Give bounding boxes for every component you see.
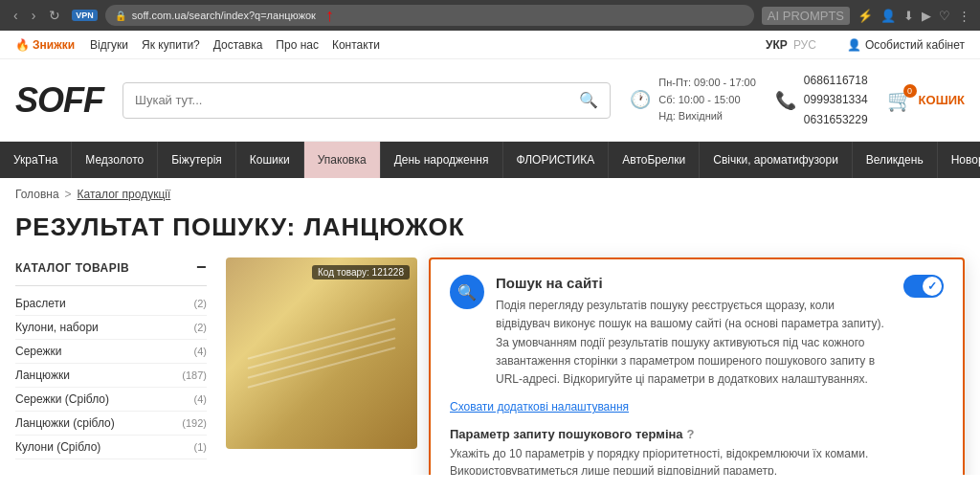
chain-decoration (226, 257, 417, 449)
info-panel: 🔍 Пошук на сайті Подія перегляду результ… (429, 257, 965, 475)
cart-icon-wrap: 🛒 0 (887, 88, 913, 113)
search-button[interactable]: 🔍 (568, 91, 610, 109)
personal-cabinet-label: Особистий кабінет (865, 38, 965, 52)
sidebar-item-serezhky-sriblo[interactable]: Сережки (Срібло) (4) (15, 388, 207, 412)
reload-button[interactable]: ↻ (45, 6, 64, 25)
contacts-link[interactable]: Контакти (332, 38, 380, 52)
nav-label-novoritchne: Новорічне (951, 153, 980, 167)
header: SOFF 🔍 🕐 Пн-Пт: 09:00 - 17:00 Сб: 10:00 … (0, 59, 980, 142)
info-panel-header: 🔍 Пошук на сайті Подія перегляду результ… (450, 275, 944, 389)
breadcrumb: Головна > Каталог продукції (0, 178, 980, 205)
search-input[interactable] (123, 93, 568, 107)
nav-label-svichky: Свічки, ароматифузори (713, 153, 838, 167)
lang-ru[interactable]: РУС (793, 38, 816, 52)
sidebar-collapse-button[interactable]: − (196, 257, 207, 278)
cart-label: КОШИК (919, 93, 965, 107)
nav-item-svichky[interactable]: Свічки, ароматифузори (700, 142, 853, 178)
sidebar-item-brаslety[interactable]: Браслети (2) (15, 292, 207, 316)
lang-uk[interactable]: УКР (766, 38, 788, 52)
address-text: soff.com.ua/search/index?q=ланцюжок (132, 10, 316, 21)
sidebar-item-lantsiuzhky-sriblo[interactable]: Ланцюжки (срібло) (192) (15, 412, 207, 436)
phone3[interactable]: 0631653229 (804, 110, 868, 129)
sidebar-item-lantsiuzhky[interactable]: Ланцюжки (187) (15, 364, 207, 388)
delivery-link[interactable]: Доставка (213, 38, 263, 52)
nav-label-ukraina: УкраТна (13, 153, 57, 167)
nav-label-medzoloto: Медзолото (85, 153, 144, 167)
sidebar-item-label-kulony: Кулони, набори (15, 321, 99, 334)
nav-label-avtobreky: АвтоБрелки (622, 153, 685, 167)
toggle-knob: ✓ (923, 277, 942, 296)
sidebar-item-serezhky[interactable]: Сережки (4) (15, 340, 207, 364)
nav-item-koshyky[interactable]: Кошики (236, 142, 304, 178)
address-bar[interactable]: 🔒 soff.com.ua/search/index?q=ланцюжок ↑ (105, 5, 754, 26)
logo[interactable]: SOFF (15, 80, 103, 121)
nav-label-upakovka: Упаковка (318, 153, 367, 167)
nav-item-novoritchne[interactable]: Новорічне (938, 142, 980, 178)
personal-cabinet-link[interactable]: 👤 Особистий кабінет (847, 38, 965, 52)
sidebar-count-kulony-sriblo: (1) (194, 441, 207, 453)
header-right: 🕐 Пн-Пт: 09:00 - 17:00 Сб: 10:00 - 15:00… (630, 71, 965, 129)
nav-label-velykden: Великдень (866, 153, 924, 167)
phone2[interactable]: 0999381334 (804, 90, 868, 109)
breadcrumb-separator: > (65, 188, 72, 201)
nav-item-medzoloto[interactable]: Медзолото (72, 142, 158, 178)
page-title: РЕЗУЛЬТАТ ПОШУКУ: ЛАНЦЮЖОК (0, 205, 980, 257)
nav-label-florystyka: ФЛОРИСТИКА (517, 153, 595, 167)
phones: 0686116718 0999381334 0631653229 (804, 71, 868, 129)
param-section: Параметр запиту пошукового терміна ? Ука… (450, 427, 944, 475)
sidebar-item-label-kulony-sriblo: Кулони (Срібло) (15, 440, 100, 454)
sidebar-title: КАТАЛОГ ТОВАРІВ − (15, 257, 207, 286)
download-icon: ⬇ (903, 9, 914, 23)
info-panel-body: Подія перегляду результатів пошуку реєст… (496, 297, 892, 389)
promo-link[interactable]: 🔥 Знижки (15, 38, 75, 52)
sidebar-item-kulony[interactable]: Кулони, набори (2) (15, 316, 207, 340)
cart-block[interactable]: 🛒 0 КОШИК (887, 88, 965, 113)
phone-icon: 📞 (775, 90, 796, 111)
sidebar-title-text: КАТАЛОГ ТОВАРІВ (15, 261, 129, 275)
sidebar-count-braslet: (2) (194, 298, 207, 309)
collapse-settings-link[interactable]: Сховати додаткові налаштування (450, 400, 944, 414)
sidebar-list: Браслети (2) Кулони, набори (2) Сережки … (15, 292, 207, 459)
schedule-block: 🕐 Пн-Пт: 09:00 - 17:00 Сб: 10:00 - 15:00… (630, 75, 756, 125)
utility-links: Відгуки Як купити? Доставка Про нас Конт… (90, 38, 380, 52)
nav-item-bizhuteriya[interactable]: Біжутерія (158, 142, 236, 178)
about-link[interactable]: Про нас (276, 38, 319, 52)
nav-item-velykden[interactable]: Великдень (853, 142, 938, 178)
ai-prompts-button[interactable]: AI PROMPTS (762, 7, 850, 25)
sidebar-item-label-braslet: Браслети (15, 297, 66, 310)
sidebar-item-kulony-sriblo[interactable]: Кулони (Срібло) (1) (15, 436, 207, 459)
reviews-link[interactable]: Відгуки (90, 38, 128, 52)
chain-line-3 (247, 338, 395, 379)
phone1[interactable]: 0686116718 (804, 71, 868, 90)
forward-button[interactable]: › (28, 6, 40, 25)
sidebar-count-serezhky-sriblo: (4) (194, 393, 207, 405)
browser-controls: ‹ › ↻ (10, 6, 64, 25)
param-help-icon[interactable]: ? (687, 427, 695, 441)
sidebar-count-lantsiuzhky-sriblo: (192) (182, 417, 207, 429)
nav-item-florystyka[interactable]: ФЛОРИСТИКА (503, 142, 610, 178)
nav-item-upakovka[interactable]: Упаковка (304, 142, 381, 178)
browser-actions: AI PROMPTS ⚡ 👤 ⬇ ▶ ♡ ⋮ (762, 7, 970, 25)
nav-item-den-narodzhennya[interactable]: День народження (381, 142, 503, 178)
product-area: Код товару: 121228 🔍 Пошук на сайті Поді… (226, 257, 965, 459)
sidebar-item-label-serezhky-sriblo: Сережки (Срібло) (15, 392, 109, 406)
back-button[interactable]: ‹ (10, 6, 22, 25)
search-magnifier-icon: 🔍 (579, 92, 598, 108)
sidebar-count-lantsiuzhky: (187) (182, 369, 207, 381)
toggle-check-icon: ✓ (927, 280, 937, 293)
breadcrumb-current: Каталог продукції (78, 188, 171, 201)
utility-bar: 🔥 Знижки Відгуки Як купити? Доставка Про… (0, 31, 980, 59)
how-to-buy-link[interactable]: Як купити? (142, 38, 200, 52)
vpn-badge: VPN (72, 10, 98, 21)
product-image[interactable]: Код товару: 121228 (226, 257, 417, 449)
heart-icon: ♡ (939, 9, 950, 23)
toggle-switch[interactable]: ✓ (903, 275, 944, 298)
browser-bar: ‹ › ↻ VPN 🔒 soff.com.ua/search/index?q=л… (0, 0, 980, 31)
breadcrumb-home[interactable]: Головна (15, 188, 59, 201)
address-arrow-decoration: ↑ (325, 6, 334, 26)
nav-label-den-narodzhennya: День народження (394, 153, 489, 167)
nav-item-avtobreky[interactable]: АвтоБрелки (609, 142, 700, 178)
cast-icon: ▶ (922, 9, 931, 23)
nav-item-ukraina[interactable]: УкраТна (0, 142, 72, 178)
sidebar-item-label-lantsiuzhky-sriblo: Ланцюжки (срібло) (15, 416, 115, 430)
